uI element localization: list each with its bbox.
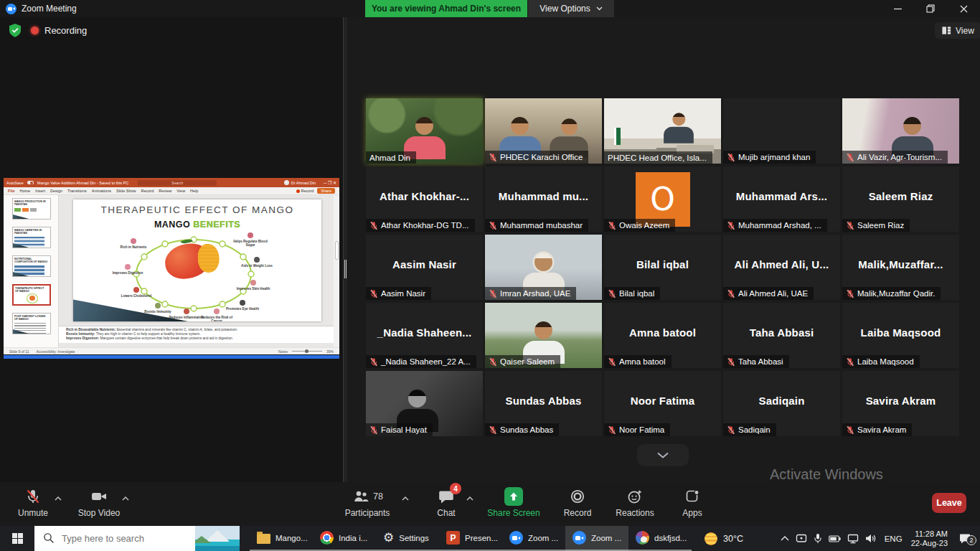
ppt-notes-button[interactable]: Notes — [278, 349, 288, 354]
unmute-button[interactable]: Unmute — [10, 487, 56, 518]
participant-tile[interactable]: Noor FatimaNoor Fatima — [604, 371, 721, 436]
participants-options-chevron[interactable] — [402, 491, 409, 504]
ppt-tab-file[interactable]: File — [8, 189, 14, 193]
audio-options-chevron[interactable] — [55, 491, 62, 504]
participant-tile[interactable]: Amna batoolAmna batool — [604, 303, 721, 368]
ppt-scrollbar[interactable] — [334, 195, 339, 347]
restore-button[interactable] — [914, 0, 947, 17]
taskbar-app-powerpoint[interactable]: PPresen... — [439, 526, 502, 551]
window-title: Zoom Meeting — [22, 4, 77, 14]
participant-tile[interactable]: Imran Arshad, UAE — [485, 235, 602, 300]
taskbar-search[interactable] — [34, 526, 240, 551]
record-button[interactable]: Record — [555, 487, 600, 518]
participant-tile[interactable]: _Nadia Shaheen..._Nadia Shaheen_22 A... — [366, 303, 483, 368]
ppt-tab-record[interactable]: Record — [141, 189, 154, 193]
participant-tile[interactable]: Muhammad Ars...Muhammad Arshad, ... — [723, 166, 840, 232]
participant-tile[interactable]: Sundas AbbasSundas Abbas — [485, 371, 602, 436]
ppt-slide-thumbnail[interactable]: 6MANGO PRODUCTION IN PAKISTAN — [12, 198, 51, 220]
taskbar-app-settings[interactable]: ⚙Settings — [376, 526, 439, 551]
grid-view-icon — [941, 25, 952, 36]
tray-chevron-up-icon[interactable] — [781, 536, 789, 541]
participant-tile[interactable]: Malik,Muzaffar...Malik,Muzaffar Qadir. — [842, 235, 959, 300]
participant-tile[interactable]: Ali Ahmed Ali, U...Ali Ahmed Ali, UAE — [723, 235, 840, 300]
participant-tile[interactable]: Savira AkramSavira Akram — [842, 371, 959, 436]
close-button[interactable] — [947, 0, 980, 17]
tray-volume-icon[interactable] — [865, 534, 876, 543]
ppt-zoom-slider[interactable] — [292, 351, 322, 352]
ppt-tab-home[interactable]: Home — [19, 189, 30, 193]
gallery-view-button[interactable]: View — [935, 22, 980, 39]
ppt-tab-slide-show[interactable]: Slide Show — [116, 189, 136, 193]
ppt-window-controls[interactable]: ─ ❐ ✕ — [324, 180, 336, 185]
tray-battery-icon[interactable] — [829, 535, 841, 542]
security-shield-icon[interactable] — [8, 23, 22, 37]
reactions-button[interactable]: Reactions — [611, 487, 659, 518]
participants-label: Participants — [345, 508, 390, 518]
chat-button[interactable]: 4 Chat — [428, 487, 464, 518]
participant-tile[interactable]: PHDEC Karachi Office — [485, 98, 602, 164]
participant-tile[interactable]: Qaiser Saleem — [485, 303, 602, 368]
chat-options-chevron[interactable] — [466, 491, 473, 504]
notification-center-button[interactable]: 2 — [954, 533, 976, 544]
tray-mic-icon[interactable] — [814, 533, 822, 544]
ppt-accessibility-label: Accessibility: Investigate — [36, 349, 75, 354]
view-options-button[interactable]: View Options — [528, 0, 614, 17]
participant-tile[interactable]: Athar Khokhar-...Athar Khokhar-DG TD... — [366, 166, 483, 232]
ppt-search-box[interactable]: Search — [138, 180, 217, 186]
participant-tile[interactable]: Taha AbbasiTaha Abbasi — [723, 303, 840, 368]
participant-tile[interactable]: SadiqainSadiqain — [723, 371, 840, 436]
stop-video-button[interactable]: Stop Video — [75, 487, 123, 518]
ppt-thumbnail-title: THERAPEUTIC EFFECT OF MANGO — [15, 287, 48, 293]
benefit-icon — [248, 232, 253, 238]
system-tray: ENG 11:28 AM 22-Aug-23 2 — [781, 526, 980, 551]
ppt-slide-thumbnail[interactable]: 10POST HARVEST LOSSES OF MANGO — [12, 313, 51, 334]
next-page-button[interactable] — [637, 444, 689, 466]
taskbar-app-zoom[interactable]: Zoom ... — [565, 526, 628, 551]
ppt-slide-thumbnail[interactable]: 9THERAPEUTIC EFFECT OF MANGO — [12, 284, 51, 306]
participant-tile[interactable]: Muhammad mu...Muhammad mubashar — [485, 166, 602, 232]
weather-widget[interactable]: 30°C — [694, 526, 753, 551]
tray-display-icon[interactable] — [796, 534, 807, 544]
person-silhouette — [664, 113, 694, 143]
video-options-chevron[interactable] — [122, 491, 129, 504]
ppt-tab-animations[interactable]: Animations — [92, 189, 111, 193]
taskbar-app-paint[interactable]: dskfjsd... — [628, 526, 692, 551]
ppt-tab-review[interactable]: Review — [159, 189, 171, 193]
participant-tile[interactable]: Ali Vazir, Agr-Tourism... — [842, 98, 959, 164]
ppt-tab-transitions[interactable]: Transitions — [67, 189, 87, 193]
participant-name-label: Athar Khokhar-DG TD... — [366, 219, 475, 232]
participant-tile[interactable]: Bilal iqbalBilal iqbal — [604, 235, 721, 300]
share-screen-button[interactable]: Share Screen — [485, 487, 542, 518]
participant-tile[interactable]: PHDEC Head Office, Isla... — [604, 98, 721, 164]
participant-tile[interactable]: Ahmad Din — [366, 98, 483, 164]
apps-button[interactable]: Apps — [674, 487, 710, 518]
participant-tile[interactable]: Aasim NasirAasim Nasir — [366, 235, 483, 300]
participant-tile[interactable]: Saleem RiazSaleem Riaz — [842, 166, 959, 232]
language-indicator[interactable]: ENG — [882, 534, 905, 543]
search-input[interactable] — [34, 526, 240, 551]
ppt-share-button[interactable]: Share — [317, 188, 335, 194]
taskbar-app-zoom[interactable]: Zoom ... — [502, 526, 565, 551]
taskbar-app-chrome[interactable]: India i... — [313, 526, 376, 551]
ppt-tab-design[interactable]: Design — [50, 189, 62, 193]
participant-tile[interactable]: Laiba MaqsoodLaiba Maqsood — [842, 303, 959, 368]
start-button[interactable] — [0, 526, 34, 551]
participant-tile[interactable]: OOwais Azeem — [604, 166, 721, 232]
tray-network-icon[interactable] — [847, 534, 859, 544]
ppt-tab-insert[interactable]: Insert — [35, 189, 45, 193]
leave-button[interactable]: Leave — [932, 493, 966, 513]
ppt-autosave-toggle[interactable] — [27, 181, 34, 184]
ppt-tab-view[interactable]: View — [176, 189, 185, 193]
ppt-tab-help[interactable]: Help — [190, 189, 198, 193]
presenter-taskbar-strip — [4, 355, 339, 359]
ppt-record-button[interactable]: Record — [296, 189, 314, 193]
pane-resize-handle[interactable] — [343, 17, 347, 482]
ppt-slide-thumbnail[interactable]: 7MANGO VARIETIES IN PAKISTAN — [12, 227, 51, 248]
participant-tile[interactable]: Faisal Hayat — [366, 371, 483, 436]
taskbar-app-folder[interactable]: Mango... — [250, 526, 313, 551]
ppt-slide-thumbnail[interactable]: 8NUTRITIONAL COMPOSITION OF MANGO — [12, 255, 51, 277]
participants-button[interactable]: 78 Participants — [339, 487, 396, 518]
taskbar-clock[interactable]: 11:28 AM 22-Aug-23 — [911, 529, 948, 548]
participant-tile[interactable]: Mujib arjmand khan — [723, 98, 840, 164]
minimize-button[interactable] — [881, 0, 914, 17]
